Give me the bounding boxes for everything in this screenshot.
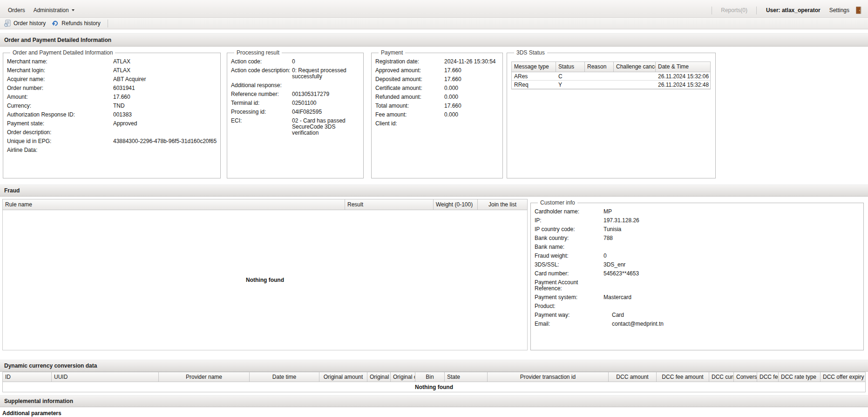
logout-door-icon[interactable]	[855, 7, 862, 14]
column-header: UUID	[52, 372, 159, 382]
field-value: Mastercard	[604, 294, 860, 301]
field-label: Airline Data:	[7, 147, 113, 153]
field-label: Deposited amount:	[375, 76, 444, 82]
field-email: Email:contact@medprint.tn	[535, 321, 860, 327]
field-registration-date: Registration date:2024-11-26 15:30:54	[375, 59, 499, 65]
customer-info-panel: Customer info Cardholder name:MP IP:197.…	[530, 199, 864, 350]
field-label: Card number:	[535, 271, 604, 277]
field-auth-response-id: Authorization Response ID:001383	[7, 112, 217, 118]
field-value: 0.000	[444, 94, 499, 100]
field-label: Payment system:	[535, 294, 604, 301]
table-row: RReq Y 26.11.2024 15:32:48	[512, 81, 710, 89]
field-terminal-id: Terminal id:02501100	[231, 100, 359, 106]
nothing-found-text: Nothing found	[246, 277, 284, 283]
field-label: Terminal id:	[231, 100, 292, 106]
page-title-bar: Order and Payment Detailed Information	[0, 33, 868, 47]
fraud-empty-state: Nothing found	[2, 210, 528, 350]
column-header: State	[445, 372, 488, 382]
field-value: 17.660	[113, 94, 217, 100]
column-header: DCC offer expiry	[821, 372, 865, 382]
menu-orders[interactable]: Orders	[4, 6, 29, 14]
refunds-history-button[interactable]: Refunds history	[50, 19, 104, 28]
column-header: DCC curr	[709, 372, 734, 382]
field-value: 04IF082595	[292, 109, 359, 115]
field-value: Approved	[113, 121, 217, 127]
field-label: Cardholder name:	[535, 209, 604, 215]
field-refunded-amount: Refunded amount:0.000	[375, 94, 499, 100]
column-header: Message type	[512, 62, 556, 72]
field-fraud-weight: Fraud weight:0	[535, 253, 860, 259]
field-label: Action code:	[231, 59, 292, 65]
column-header: Rule name	[3, 199, 345, 210]
field-value: TND	[113, 103, 217, 109]
field-value: 788	[604, 235, 860, 241]
tds-status-legend: 3DS Status	[514, 49, 547, 56]
field-value: 3DS_enr	[604, 262, 860, 268]
menu-separator	[712, 7, 712, 14]
cell-message-type: ARes	[512, 73, 556, 80]
order-details-area: Order and Payment Detailed Information M…	[0, 47, 868, 185]
menu-administration[interactable]: Administration	[29, 6, 79, 14]
dcc-empty-state: Nothing found	[3, 382, 865, 392]
fraud-rules-table: Rule name Result Weight (0-100) Join the…	[2, 199, 528, 350]
spacer	[0, 29, 868, 33]
column-header: Date & Time	[656, 62, 710, 72]
column-header: Provider transaction id	[488, 372, 609, 382]
field-label: Processing id:	[231, 109, 292, 115]
order-history-button[interactable]: Order history	[2, 19, 50, 28]
field-label: Action code description:	[231, 68, 292, 74]
additional-parameters-section: Additional parameters	[0, 407, 868, 417]
field-merchant-name: Merchant name:ATLAX	[7, 59, 217, 65]
field-merchant-login: Merchant login:ATLAX	[7, 68, 217, 74]
field-ip: IP:197.31.128.26	[535, 218, 860, 224]
chevron-down-icon	[72, 9, 75, 11]
field-value: contact@medprint.tn	[604, 321, 860, 327]
field-label: Unique id in EPG:	[7, 138, 113, 144]
field-amount: Amount:17.660	[7, 94, 217, 100]
dcc-section-title: Dynamic currency conversion data	[4, 362, 97, 369]
field-value: 17.660	[444, 76, 499, 82]
column-header: Conversi	[734, 372, 757, 382]
field-value: ATLAX	[113, 59, 217, 65]
field-value: 001305317279	[292, 91, 359, 97]
field-label: Payment way:	[535, 312, 604, 318]
cell-date-time: 26.11.2024 15:32:06	[656, 73, 710, 80]
field-label: Client id:	[375, 121, 444, 127]
field-label: Amount:	[7, 94, 113, 100]
field-label: Total amount:	[375, 103, 444, 109]
fraud-table-header: Rule name Result Weight (0-100) Join the…	[2, 199, 528, 210]
column-header: DCC amount	[609, 372, 657, 382]
tds-table-header: Message type Status Reason Challenge can…	[512, 62, 710, 72]
field-value: 43884300-2296-478b-96f5-31d160c20f65	[113, 138, 217, 144]
supplemental-section-bar: Supplemental information	[0, 395, 868, 407]
field-eci: ECI:02 - Card has passed SecureCode 3DS …	[231, 118, 359, 136]
field-certificate-amount: Certificate amount:0.000	[375, 85, 499, 91]
additional-parameters-title: Additional parameters	[2, 410, 868, 417]
field-additional-response: Additional response:	[231, 82, 359, 89]
menu-separator	[756, 7, 757, 14]
field-label: Merchant name:	[7, 59, 113, 65]
field-order-number: Order number:6031941	[7, 85, 217, 91]
column-header: ID	[3, 372, 52, 382]
user-label: User: atlax_operator	[766, 7, 821, 14]
column-header: DCC rate type	[779, 372, 821, 382]
column-header: Join the list	[478, 199, 527, 210]
field-ip-country-code: IP country code:Tunisia	[535, 226, 860, 232]
dcc-table-header: ID UUID Provider name Date time Original…	[3, 372, 865, 382]
menu-reports[interactable]: Reports(0)	[717, 6, 752, 14]
field-value: 197.31.128.26	[604, 218, 860, 224]
field-value: Card	[604, 312, 860, 318]
column-header: Original f	[367, 372, 391, 382]
column-header: Reason	[585, 62, 614, 72]
order-info-panel: Order and Payment Detailed Information M…	[3, 49, 221, 178]
menu-bar-right: Reports(0) User: atlax_operator Settings	[707, 6, 864, 14]
field-order-description: Order description:	[7, 130, 217, 136]
column-header: Date time	[250, 372, 319, 382]
menu-bar: Orders Administration Reports(0) User: a…	[0, 0, 868, 18]
field-label: Order number:	[7, 85, 113, 91]
page-title: Order and Payment Detailed Information	[4, 37, 111, 43]
field-value: Tunisia	[604, 226, 860, 232]
menu-settings[interactable]: Settings	[825, 6, 854, 14]
payment-panel: Payment Registration date:2024-11-26 15:…	[371, 49, 503, 178]
field-value: 2024-11-26 15:30:54	[444, 59, 499, 65]
